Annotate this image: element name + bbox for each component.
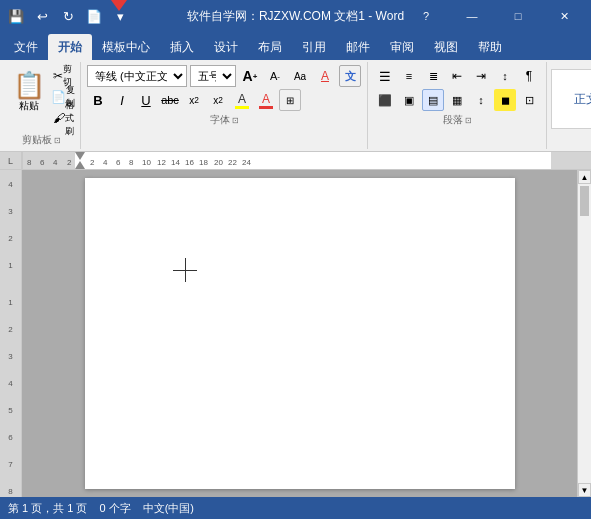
maximize-button[interactable]: □ (495, 0, 541, 32)
help-button[interactable]: ? (403, 0, 449, 32)
scroll-up-button[interactable]: ▲ (578, 170, 591, 184)
new-doc-button[interactable]: 📄 (82, 4, 106, 28)
minimize-button[interactable]: — (449, 0, 495, 32)
vertical-scrollbar[interactable]: ▲ ▼ (577, 170, 591, 497)
align-center-button[interactable]: ▣ (398, 89, 420, 111)
tab-start[interactable]: 开始 (48, 34, 92, 60)
ruler-corner[interactable]: L (0, 152, 22, 169)
horizontal-ruler: 8 6 4 2 2 4 6 8 10 12 14 16 18 20 22 24 (22, 152, 591, 169)
normal-style-button[interactable]: 正文 (551, 69, 591, 129)
grow-font-button[interactable]: A+ (239, 65, 261, 87)
tab-review[interactable]: 审阅 (380, 34, 424, 60)
paragraph-expand-icon[interactable]: ⊡ (465, 116, 472, 125)
paragraph-group-label: 段落 ⊡ (374, 111, 540, 127)
tab-design[interactable]: 设计 (204, 34, 248, 60)
shading-button[interactable]: ◼ (494, 89, 516, 111)
clear-format-button[interactable]: A (314, 65, 336, 87)
main-area: 4 3 2 1 1 2 3 4 5 6 7 8 ▲ ▼ (0, 170, 591, 497)
highlight-color-button[interactable]: A (231, 89, 253, 111)
paste-button[interactable]: 📋 粘贴 (8, 64, 50, 120)
clipboard-small-btns: ✂ 剪切 📄 复制 🖌 格式刷 (52, 64, 74, 128)
language-indicator: 中文(中国) (143, 501, 194, 516)
font-format-row: B I U abc x2 x2 A A ⊞ (87, 89, 361, 111)
ribbon-tabs: 文件 开始 模板中心 插入 设计 布局 引用 邮件 审阅 视图 帮助 (0, 32, 591, 60)
tab-insert[interactable]: 插入 (160, 34, 204, 60)
font-size-select[interactable]: 五号 (190, 65, 236, 87)
title-bar: 💾 ↩ ↻ 📄 ▾ 软件自学网：RJZXW.COM 文档1 - Word ? —… (0, 0, 591, 32)
italic-button[interactable]: I (111, 89, 133, 111)
underline-button[interactable]: U (135, 89, 157, 111)
tab-layout[interactable]: 布局 (248, 34, 292, 60)
change-case-button[interactable]: Aa (289, 65, 311, 87)
clipboard-label: 剪贴板 ⊡ (8, 131, 74, 147)
document-page[interactable] (85, 178, 515, 489)
justify-button[interactable]: ▦ (446, 89, 468, 111)
font-more-button[interactable]: ⊞ (279, 89, 301, 111)
svg-marker-0 (111, 0, 127, 11)
redo-button[interactable]: ↻ (56, 4, 80, 28)
text-cursor (185, 258, 186, 282)
title-text: 软件自学网：RJZXW.COM 文档1 - Word (187, 8, 404, 25)
shrink-font-button[interactable]: A- (264, 65, 286, 87)
window-controls: ? — □ ✕ (403, 0, 587, 32)
show-formatting-button[interactable]: ¶ (518, 65, 540, 87)
line-spacing-button[interactable]: ↕ (470, 89, 492, 111)
font-group: 等线 (中文正文 五号 A+ A- Aa A 文 B I U abc x2 x2… (81, 62, 368, 149)
font-name-row: 等线 (中文正文 五号 A+ A- Aa A 文 (87, 65, 361, 87)
multilevel-list-button[interactable]: ≣ (422, 65, 444, 87)
bold-button[interactable]: B (87, 89, 109, 111)
page-info: 第 1 页，共 1 页 (8, 501, 87, 516)
tab-file[interactable]: 文件 (4, 34, 48, 60)
scroll-down-button[interactable]: ▼ (578, 483, 591, 497)
save-button[interactable]: 💾 (4, 4, 28, 28)
ribbon: 📋 粘贴 ✂ 剪切 📄 复制 🖌 格式刷 剪贴板 (0, 60, 591, 152)
word-count: 0 个字 (99, 501, 130, 516)
normal-style-label: 正文 (574, 91, 591, 108)
undo-button[interactable]: ↩ (30, 4, 54, 28)
numbered-list-button[interactable]: ≡ (398, 65, 420, 87)
clipboard-content: 📋 粘贴 ✂ 剪切 📄 复制 🖌 格式刷 (8, 64, 74, 131)
left-margin-ruler: 4 3 2 1 1 2 3 4 5 6 7 8 (0, 170, 22, 497)
tab-view[interactable]: 视图 (424, 34, 468, 60)
decrease-indent-button[interactable]: ⇤ (446, 65, 468, 87)
sort-button[interactable]: ↕ (494, 65, 516, 87)
tab-help[interactable]: 帮助 (468, 34, 512, 60)
strikethrough-button[interactable]: abc (159, 89, 181, 111)
bullet-list-button[interactable]: ☰ (374, 65, 396, 87)
styles-group: 正文 ▲ ▼ ⊞ Aa 样式 ⊡ (547, 62, 591, 149)
document-area[interactable] (22, 170, 577, 497)
subscript-button[interactable]: x2 (183, 89, 205, 111)
tab-references[interactable]: 引用 (292, 34, 336, 60)
text-effect-button[interactable]: 文 (339, 65, 361, 87)
superscript-button[interactable]: x2 (207, 89, 229, 111)
status-bar: 第 1 页，共 1 页 0 个字 中文(中国) (0, 497, 591, 519)
align-right-button[interactable]: ▤ (422, 89, 444, 111)
cut-button[interactable]: ✂ 剪切 (52, 66, 74, 86)
font-name-select[interactable]: 等线 (中文正文 (87, 65, 187, 87)
quick-access-dropdown[interactable]: ▾ (108, 4, 132, 28)
clipboard-expand-icon[interactable]: ⊡ (54, 136, 61, 145)
styles-group-label: 样式 ⊡ (551, 134, 591, 150)
close-button[interactable]: ✕ (541, 0, 587, 32)
align-left-button[interactable]: ⬛ (374, 89, 396, 111)
clipboard-group: 📋 粘贴 ✂ 剪切 📄 复制 🖌 格式刷 剪贴板 (4, 62, 81, 149)
ruler-container: L 8 6 4 2 2 4 6 8 10 12 14 16 18 20 22 2 (0, 152, 591, 170)
scroll-thumb[interactable] (580, 186, 589, 216)
font-group-label: 字体 ⊡ (87, 111, 361, 127)
border-button[interactable]: ⊡ (518, 89, 540, 111)
tab-template[interactable]: 模板中心 (92, 34, 160, 60)
format-painter-button[interactable]: 🖌 格式刷 (52, 108, 74, 128)
font-color-button[interactable]: A (255, 89, 277, 111)
tab-mail[interactable]: 邮件 (336, 34, 380, 60)
paragraph-group: ☰ ≡ ≣ ⇤ ⇥ ↕ ¶ ⬛ ▣ ▤ ▦ ↕ ◼ ⊡ 段落 ⊡ (368, 62, 547, 149)
paste-label: 粘贴 (19, 99, 39, 113)
increase-indent-button[interactable]: ⇥ (470, 65, 492, 87)
font-expand-icon[interactable]: ⊡ (232, 116, 239, 125)
quick-access-toolbar: 💾 ↩ ↻ 📄 ▾ (4, 4, 132, 28)
